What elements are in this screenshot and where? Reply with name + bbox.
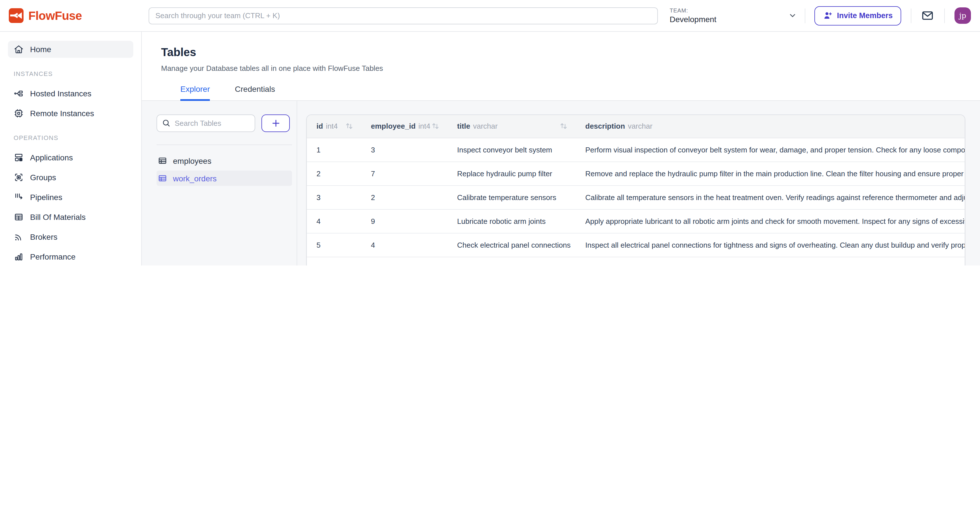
main-content: Tables Manage your Database tables all i… <box>142 32 980 265</box>
cell-title: Test emergency stop system <box>447 257 576 265</box>
sidebar-item-brokers[interactable]: Brokers <box>8 228 133 246</box>
table-row[interactable]: 13Inspect conveyor belt systemPerform vi… <box>307 138 965 162</box>
pipelines-icon <box>14 192 24 202</box>
column-header-title[interactable]: titlevarchar <box>447 115 576 138</box>
table-row[interactable]: 61Test emergency stop systemPerform func… <box>307 257 965 265</box>
column-name: title <box>457 122 470 131</box>
tables-content: employeeswork_orders idint4employee_idin… <box>142 100 980 265</box>
cell-title: Inspect conveyor belt system <box>447 138 576 162</box>
tab-credentials[interactable]: Credentials <box>235 84 275 100</box>
header-divider <box>944 8 945 23</box>
cell-employee_id: 3 <box>361 138 447 162</box>
sort-icon[interactable] <box>430 122 440 131</box>
table-name: employees <box>173 156 211 165</box>
sidebar-item-remote-instances[interactable]: Remote Instances <box>8 105 133 122</box>
cell-title: Check electrical panel connections <box>447 233 576 257</box>
user-avatar[interactable]: jp <box>955 7 971 24</box>
flowfuse-logo[interactable]: FlowFuse <box>8 8 149 23</box>
app-window: FlowFuse TEAM: Development Invite Member… <box>0 0 980 265</box>
cell-employee_id: 1 <box>361 257 447 265</box>
sidebar-item-pipelines[interactable]: Pipelines <box>8 189 133 206</box>
table-row[interactable]: 27Replace hydraulic pump filterRemove an… <box>307 162 965 185</box>
sidebar-item-label: Home <box>30 45 51 54</box>
table-list-item-work_orders[interactable]: work_orders <box>156 171 292 186</box>
table-explorer-panel: employeeswork_orders <box>142 101 297 265</box>
groups-icon <box>14 172 24 182</box>
work-orders-table: idint4employee_idint4titlevarchardescrip… <box>307 115 965 265</box>
remote-instances-icon <box>14 108 24 119</box>
sidebar: HomeINSTANCESHosted InstancesRemote Inst… <box>0 32 142 265</box>
column-name: employee_id <box>371 122 416 131</box>
performance-icon <box>14 252 24 262</box>
table-area: idint4employee_idint4titlevarchardescrip… <box>297 101 980 265</box>
cell-employee_id: 7 <box>361 162 447 185</box>
team-switcher[interactable]: TEAM: Development <box>670 7 805 24</box>
table-row[interactable]: 49Lubricate robotic arm jointsApply appr… <box>307 209 965 233</box>
sidebar-item-label: Brokers <box>30 232 57 241</box>
column-header-description[interactable]: descriptionvarchar <box>576 115 965 138</box>
mail-icon <box>921 9 935 22</box>
sidebar-item-home[interactable]: Home <box>8 41 133 58</box>
table-row[interactable]: 54Check electrical panel connectionsInsp… <box>307 233 965 257</box>
page-header: Tables Manage your Database tables all i… <box>142 32 980 100</box>
sort-icon[interactable] <box>558 122 568 131</box>
table-icon <box>158 173 167 183</box>
sort-icon[interactable] <box>344 122 354 131</box>
sidebar-item-hosted-instances[interactable]: Hosted Instances <box>8 85 133 102</box>
cell-description: Perform visual inspection of conveyor be… <box>576 138 965 162</box>
cell-id: 5 <box>307 233 361 257</box>
team-name: Development <box>670 14 716 24</box>
column-type: varchar <box>473 122 498 131</box>
cell-title: Calibrate temperature sensors <box>447 185 576 209</box>
plus-icon <box>271 119 280 128</box>
sidebar-item-applications[interactable]: Applications <box>8 149 133 166</box>
sidebar-section-label: INSTANCES <box>14 70 132 77</box>
add-table-button[interactable] <box>261 114 290 132</box>
user-plus-icon <box>822 11 832 21</box>
sidebar-item-label: Hosted Instances <box>30 89 91 98</box>
tables-list: employeeswork_orders <box>156 153 292 186</box>
page-title: Tables <box>161 46 980 59</box>
table-row[interactable]: 32Calibrate temperature sensorsCalibrate… <box>307 185 965 209</box>
sidebar-item-label: Applications <box>30 153 73 162</box>
cell-employee_id: 2 <box>361 185 447 209</box>
applications-icon <box>14 152 24 163</box>
sidebar-item-label: Performance <box>30 252 75 261</box>
table-icon <box>158 156 167 165</box>
search-tables-input[interactable] <box>156 114 255 132</box>
page-subtitle: Manage your Database tables all in one p… <box>161 64 980 73</box>
table-header-row: idint4employee_idint4titlevarchardescrip… <box>307 115 965 138</box>
sidebar-item-groups[interactable]: Groups <box>8 169 133 186</box>
logo-text: FlowFuse <box>29 9 82 22</box>
sidebar-item-bill-of-materials[interactable]: Bill Of Materials <box>8 209 133 225</box>
header-divider <box>805 8 805 23</box>
cell-employee_id: 9 <box>361 209 447 233</box>
cell-employee_id: 4 <box>361 233 447 257</box>
cell-title: Lubricate robotic arm joints <box>447 209 576 233</box>
sidebar-item-label: Bill Of Materials <box>30 212 86 222</box>
tab-explorer[interactable]: Explorer <box>180 84 210 100</box>
sidebar-item-label: Groups <box>30 173 56 182</box>
cell-id: 6 <box>307 257 361 265</box>
table-list-item-employees[interactable]: employees <box>156 153 292 168</box>
column-type: int4 <box>326 122 338 131</box>
column-header-employee_id[interactable]: employee_idint4 <box>361 115 447 138</box>
column-type: int4 <box>418 122 430 131</box>
bill-of-materials-icon <box>14 212 24 222</box>
column-name: id <box>317 122 323 131</box>
notifications-mail-button[interactable] <box>921 9 935 22</box>
brokers-icon <box>14 232 24 242</box>
cell-id: 3 <box>307 185 361 209</box>
flowfuse-logo-icon <box>8 8 24 23</box>
data-table-card: idint4employee_idint4titlevarchardescrip… <box>306 114 965 265</box>
team-search-input[interactable] <box>149 7 658 24</box>
table-body: 13Inspect conveyor belt systemPerform vi… <box>307 138 965 265</box>
column-type: varchar <box>628 122 652 131</box>
sidebar-item-performance[interactable]: Performance <box>8 248 133 265</box>
cell-description: Remove and replace the hydraulic pump fi… <box>576 162 965 185</box>
column-header-id[interactable]: idint4 <box>307 115 361 138</box>
chevron-down-icon <box>788 11 797 20</box>
column-name: description <box>585 122 625 131</box>
table-name: work_orders <box>173 174 216 183</box>
invite-members-button[interactable]: Invite Members <box>814 6 901 25</box>
